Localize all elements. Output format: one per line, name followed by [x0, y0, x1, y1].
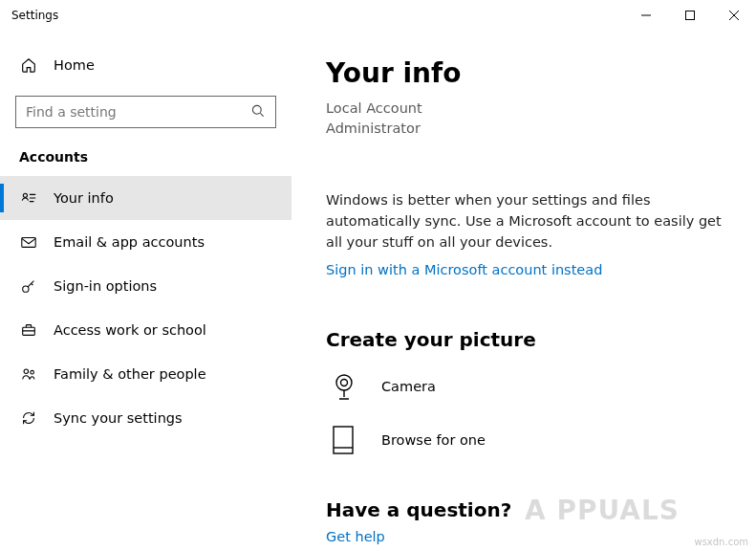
- minimize-button[interactable]: [624, 0, 668, 31]
- svg-point-9: [341, 380, 348, 386]
- svg-rect-3: [22, 238, 35, 248]
- sidebar-item-family-other-people[interactable]: Family & other people: [0, 352, 292, 396]
- main-content: Your info Local Account Administrator Wi…: [292, 31, 756, 551]
- home-icon: [19, 55, 38, 75]
- sidebar-item-your-info[interactable]: Your info: [0, 176, 292, 220]
- window-controls: [624, 0, 756, 31]
- browse-icon: [326, 422, 362, 458]
- sign-in-microsoft-link[interactable]: Sign in with a Microsoft account instead: [326, 262, 602, 277]
- home-nav[interactable]: Home: [0, 48, 292, 82]
- get-help-link[interactable]: Get help: [326, 529, 385, 544]
- sidebar-item-email-app-accounts[interactable]: Email & app accounts: [0, 220, 292, 264]
- picture-option-browse[interactable]: Browse for one: [326, 422, 729, 458]
- svg-rect-0: [686, 11, 695, 20]
- minimize-icon: [641, 11, 651, 20]
- search-input[interactable]: Find a setting: [15, 96, 276, 128]
- camera-icon: [326, 368, 362, 405]
- sidebar-item-label: Family & other people: [54, 366, 206, 382]
- page-title: Your info: [326, 57, 729, 89]
- maximize-button[interactable]: [668, 0, 712, 31]
- window-titlebar: Settings: [0, 0, 756, 31]
- search-container: Find a setting: [15, 96, 276, 128]
- window-title: Settings: [11, 9, 58, 22]
- svg-point-8: [336, 375, 352, 390]
- maximize-icon: [685, 11, 695, 20]
- sidebar-item-label: Sign-in options: [54, 278, 157, 294]
- sidebar-item-sync-settings[interactable]: Sync your settings: [0, 396, 292, 440]
- close-button[interactable]: [712, 0, 756, 31]
- category-header: Accounts: [0, 128, 292, 170]
- search-icon: [250, 103, 266, 121]
- sidebar-item-label: Access work or school: [54, 322, 206, 338]
- people-icon: [19, 364, 38, 384]
- svg-point-7: [31, 370, 34, 374]
- svg-point-2: [23, 193, 27, 197]
- briefcase-icon: [19, 320, 38, 340]
- nav-list: Your info Email & app accounts Sign-in o…: [0, 176, 292, 440]
- picture-option-camera[interactable]: Camera: [326, 368, 729, 405]
- watermark: A PPUALS: [525, 495, 680, 526]
- sync-icon: [19, 408, 38, 428]
- mail-icon: [19, 232, 38, 252]
- attribution: wsxdn.com: [694, 537, 748, 547]
- svg-point-1: [252, 105, 261, 114]
- sidebar-item-label: Your info: [54, 190, 114, 206]
- sidebar-item-access-work-school[interactable]: Access work or school: [0, 308, 292, 352]
- create-picture-header: Create your picture: [326, 328, 729, 351]
- search-placeholder: Find a setting: [26, 104, 117, 120]
- close-icon: [729, 11, 739, 20]
- user-card-icon: [19, 188, 38, 208]
- picture-option-label: Browse for one: [381, 432, 486, 448]
- account-type: Local Account: [326, 99, 729, 119]
- svg-point-4: [23, 286, 29, 292]
- svg-point-6: [24, 369, 29, 374]
- svg-rect-10: [334, 427, 353, 453]
- sync-description: Windows is better when your settings and…: [326, 190, 729, 253]
- account-role: Administrator: [326, 119, 729, 139]
- sidebar: Home Find a setting Accounts Your info: [0, 31, 292, 551]
- sidebar-item-sign-in-options[interactable]: Sign-in options: [0, 264, 292, 308]
- key-icon: [19, 276, 38, 296]
- sidebar-item-label: Email & app accounts: [54, 234, 205, 250]
- sidebar-item-label: Sync your settings: [54, 410, 183, 426]
- picture-option-label: Camera: [381, 379, 436, 394]
- home-label: Home: [54, 57, 95, 73]
